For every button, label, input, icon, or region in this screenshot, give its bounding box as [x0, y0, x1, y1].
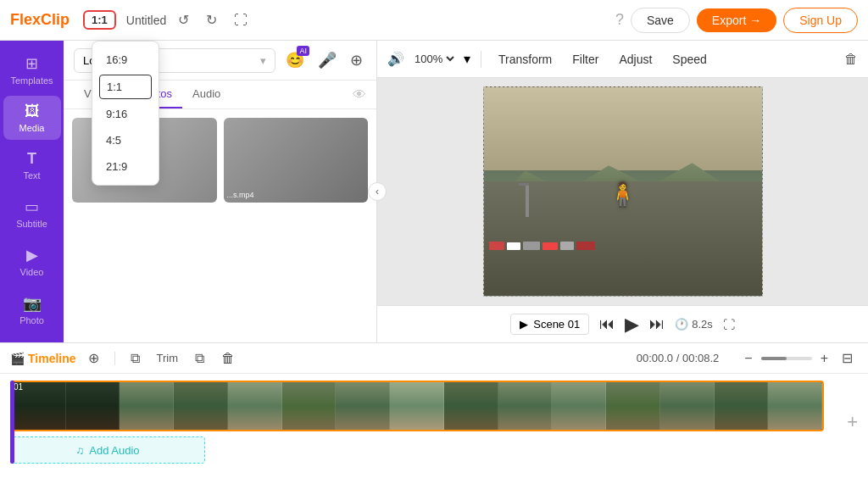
frame-8 [390, 382, 444, 430]
photo-icon: 📷 [23, 294, 42, 313]
total-time: 00:08.2 [682, 352, 719, 364]
aspect-option-21-9[interactable]: 21:9 [92, 153, 159, 180]
streetlight-1 [526, 183, 529, 217]
export-button[interactable]: Export → [697, 8, 776, 32]
frame-14 [715, 382, 769, 430]
aspect-option-16-9[interactable]: 16:9 [92, 47, 159, 73]
record-button[interactable]: 🎤 [314, 47, 340, 73]
sidebar-item-video[interactable]: ▶ Video [3, 239, 61, 284]
toolbar-divider-1 [481, 51, 481, 68]
aspect-ratio-button[interactable]: 1:1 [83, 10, 116, 30]
speed-button[interactable]: Speed [665, 49, 713, 69]
zoom-out-button[interactable]: − [739, 349, 757, 368]
prev-scene-button[interactable]: ⏮ [599, 315, 615, 333]
sidebar: ⊞ Templates 🖼 Media T Text ▭ Subtitle ▶ … [0, 41, 64, 342]
playhead[interactable] [10, 381, 14, 464]
delete-clip-button[interactable]: 🗑 [844, 52, 858, 67]
trim-button[interactable]: Trim [152, 350, 184, 366]
play-triangle-icon: ▶ [520, 318, 528, 331]
tab-audio[interactable]: Audio [182, 81, 231, 108]
sidebar-item-photo[interactable]: 📷 Photo [3, 287, 61, 332]
timeline-time: 00:00.0 / 00:08.2 [637, 352, 720, 364]
logo-clip: Clip [41, 11, 70, 28]
volume-icon: 🔊 [387, 51, 404, 67]
time-separator: / [676, 352, 682, 364]
redo-button[interactable]: ↻ [201, 8, 222, 31]
clock-icon: 🕐 [675, 318, 688, 331]
aspect-option-9-16[interactable]: 9:16 [92, 101, 159, 127]
preview-toolbar: 🔊 100% 75% 50% ▾ Transform Filter Adjust… [377, 41, 868, 78]
video-icon: ▶ [26, 246, 38, 264]
sidebar-label-text: Text [23, 170, 40, 181]
sidebar-item-media[interactable]: 🖼 Media [3, 96, 61, 140]
aspect-dropdown: 16:9 1:1 9:16 4:5 21:9 [92, 41, 159, 186]
project-title: Untitled [126, 14, 166, 27]
duplicate-button[interactable]: ⧉ [190, 349, 209, 368]
fit-button[interactable]: ⊟ [837, 348, 858, 368]
zoom-in-button[interactable]: + [815, 349, 833, 368]
scene-cars [489, 242, 756, 250]
templates-icon: ⊞ [25, 54, 38, 73]
frame-2 [66, 382, 120, 430]
sidebar-item-subtitle[interactable]: ▭ Subtitle [3, 191, 61, 236]
topbar: FlexClip 1:1 Untitled ↺ ↻ ⛶ ? Save Expor… [0, 0, 868, 41]
save-button[interactable]: Save [631, 8, 690, 33]
undo-button[interactable]: ↺ [173, 8, 194, 31]
split-button[interactable]: ⧉ [125, 349, 145, 368]
delete-button[interactable]: 🗑 [216, 349, 240, 368]
add-scene-button[interactable]: ⊕ [83, 348, 104, 368]
sidebar-label-templates: Templates [10, 75, 53, 86]
transform-button[interactable]: Transform [492, 49, 559, 69]
streetlight-arm-1 [519, 183, 529, 186]
music-icon: ♫ [75, 444, 84, 457]
media-item-2[interactable]: ...s.mp4 [224, 118, 369, 203]
sidebar-label-media: Media [19, 123, 45, 133]
car-1 [489, 242, 504, 250]
frame-3 [120, 382, 174, 430]
scene-label-button[interactable]: ▶ Scene 01 [510, 314, 589, 335]
car-5 [560, 242, 574, 250]
add-audio-label: ♫ Add Audio [75, 444, 139, 457]
video-track[interactable]: 01 [10, 381, 824, 431]
timeline-tracks: 01 [10, 381, 858, 464]
sidebar-item-text[interactable]: T Text [3, 143, 61, 187]
ai-badge: AI [297, 46, 309, 56]
preview-fullscreen-button[interactable]: ⛶ [723, 318, 735, 331]
filter-button[interactable]: Filter [565, 49, 605, 69]
adjust-button[interactable]: Adjust [612, 49, 659, 69]
sidebar-item-audio[interactable]: ♪ Audio [3, 336, 61, 342]
sidebar-item-templates[interactable]: ⊞ Templates [3, 47, 61, 92]
hide-used-toggle[interactable]: 👁 [353, 81, 366, 108]
add-audio-text: Add Audio [89, 444, 139, 457]
zoom-dropdown-icon: ▾ [464, 51, 470, 67]
car-3 [523, 242, 540, 250]
frame-11 [552, 382, 606, 430]
add-track-button[interactable]: + [847, 411, 858, 433]
scene-figure: 🧍 [608, 181, 637, 208]
frame-15 [768, 382, 822, 430]
frame-12 [606, 382, 660, 430]
zoom-track [761, 357, 812, 360]
fullscreen-button[interactable]: ⛶ [229, 9, 253, 31]
aspect-option-4-5[interactable]: 4:5 [92, 127, 159, 153]
preview-area: 🔊 100% 75% 50% ▾ Transform Filter Adjust… [377, 41, 868, 342]
sidebar-label-subtitle: Subtitle [16, 219, 47, 229]
zoom-controls: − + ⊟ [739, 348, 858, 368]
timeline-label: 🎬 Timeline [10, 352, 76, 365]
preview-bottom-controls: ▶ Scene 01 ⏮ ▶ ⏭ 🕐 8.2s ⛶ [377, 305, 868, 342]
audio-track[interactable]: ♫ Add Audio [10, 436, 205, 464]
frame-6 [282, 382, 337, 430]
frame-7 [336, 382, 390, 430]
panel-collapse-button[interactable]: ‹ [368, 182, 387, 201]
duration-value: 8.2s [692, 318, 713, 331]
car-4 [542, 242, 558, 250]
next-scene-button[interactable]: ⏭ [649, 315, 665, 333]
signup-button[interactable]: Sign Up [783, 8, 858, 33]
help-button[interactable]: ? [615, 11, 624, 29]
duration-display: 🕐 8.2s [675, 318, 713, 331]
aspect-option-1-1[interactable]: 1:1 [99, 75, 152, 99]
media-icon: 🖼 [25, 103, 40, 120]
zoom-select[interactable]: 100% 75% 50% [411, 52, 457, 66]
import-button[interactable]: ⊕ [347, 47, 366, 73]
play-pause-button[interactable]: ▶ [625, 314, 639, 336]
